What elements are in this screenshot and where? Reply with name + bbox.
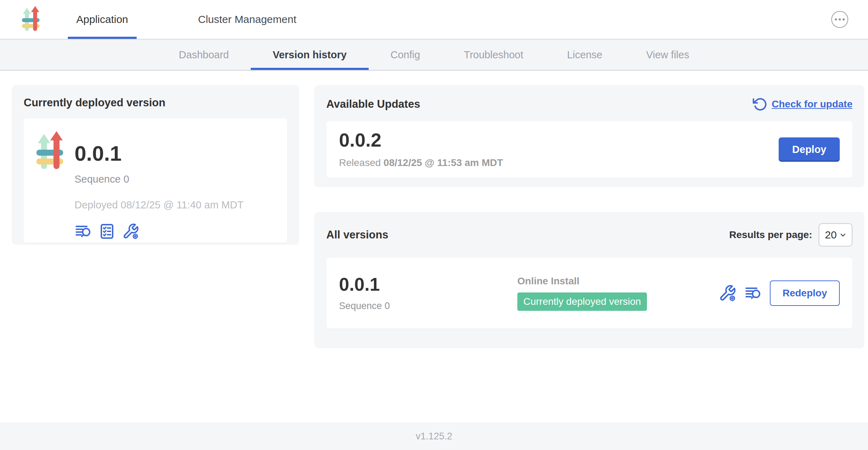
deployed-version-number: 0.0.1 bbox=[75, 143, 244, 164]
results-per-page-select[interactable]: 20 bbox=[819, 223, 852, 247]
currently-deployed-title: Currently deployed version bbox=[24, 96, 287, 109]
app-logo-icon bbox=[22, 6, 40, 33]
app-logo bbox=[22, 0, 40, 39]
tab-view-files[interactable]: View files bbox=[624, 40, 711, 70]
tab-cluster-management[interactable]: Cluster Management bbox=[190, 0, 305, 39]
update-released-timestamp: Released 08/12/25 @ 11:53 am MDT bbox=[339, 157, 503, 168]
redeploy-button[interactable]: Redeploy bbox=[770, 280, 840, 306]
available-updates-panel: Available Updates Check for update 0.0.2… bbox=[314, 85, 864, 187]
deployed-sequence: Sequence 0 bbox=[75, 173, 244, 185]
all-versions-title: All versions bbox=[326, 229, 388, 241]
version-row: 0.0.1 Sequence 0 Online Install Currentl… bbox=[326, 258, 852, 328]
update-version-number: 0.0.2 bbox=[339, 130, 503, 149]
config-wrench-gear-icon[interactable] bbox=[122, 223, 139, 240]
console-version: v1.125.2 bbox=[416, 431, 452, 442]
app-subnav: Dashboard Version history Config Trouble… bbox=[0, 40, 868, 71]
currently-deployed-badge: Currently deployed version bbox=[517, 292, 647, 311]
ellipsis-icon bbox=[835, 18, 837, 20]
tab-application[interactable]: Application bbox=[68, 0, 137, 39]
tab-config[interactable]: Config bbox=[369, 40, 442, 70]
main-content: Currently deployed version 0.0.1 Sequenc… bbox=[0, 71, 868, 422]
deployed-timestamp: Deployed 08/12/25 @ 11:40 am MDT bbox=[75, 199, 244, 211]
tab-license[interactable]: License bbox=[545, 40, 624, 70]
row-version-number: 0.0.1 bbox=[339, 275, 517, 294]
available-update-card: 0.0.2 Released 08/12/25 @ 11:53 am MDT D… bbox=[326, 121, 852, 178]
row-sequence: Sequence 0 bbox=[339, 301, 517, 312]
tab-dashboard[interactable]: Dashboard bbox=[157, 40, 251, 70]
refresh-icon bbox=[752, 96, 767, 112]
overflow-menu-button[interactable] bbox=[831, 11, 848, 28]
tab-troubleshoot[interactable]: Troubleshoot bbox=[442, 40, 545, 70]
all-versions-panel: All versions Results per page: 20 0.0.1 … bbox=[314, 212, 864, 348]
tab-version-history[interactable]: Version history bbox=[251, 40, 369, 70]
preflight-checklist-icon[interactable] bbox=[99, 223, 115, 240]
app-logo-icon bbox=[36, 131, 63, 172]
available-updates-title: Available Updates bbox=[326, 98, 420, 111]
config-wrench-gear-icon[interactable] bbox=[718, 284, 737, 302]
app-footer: v1.125.2 bbox=[0, 422, 868, 450]
deployed-version-card: 0.0.1 Sequence 0 Deployed 08/12/25 @ 11:… bbox=[24, 118, 287, 243]
currently-deployed-panel: Currently deployed version 0.0.1 Sequenc… bbox=[12, 85, 299, 245]
results-per-page-label: Results per page: bbox=[729, 229, 812, 241]
row-install-type: Online Install bbox=[517, 276, 718, 287]
diff-logs-icon[interactable] bbox=[75, 223, 92, 240]
check-for-update-link[interactable]: Check for update bbox=[752, 96, 852, 112]
diff-logs-icon[interactable] bbox=[744, 285, 762, 302]
app-header: Application Cluster Management bbox=[0, 0, 868, 40]
app-nav: Application Cluster Management bbox=[68, 0, 305, 39]
chevron-down-icon bbox=[838, 230, 848, 239]
deploy-button[interactable]: Deploy bbox=[779, 137, 840, 162]
